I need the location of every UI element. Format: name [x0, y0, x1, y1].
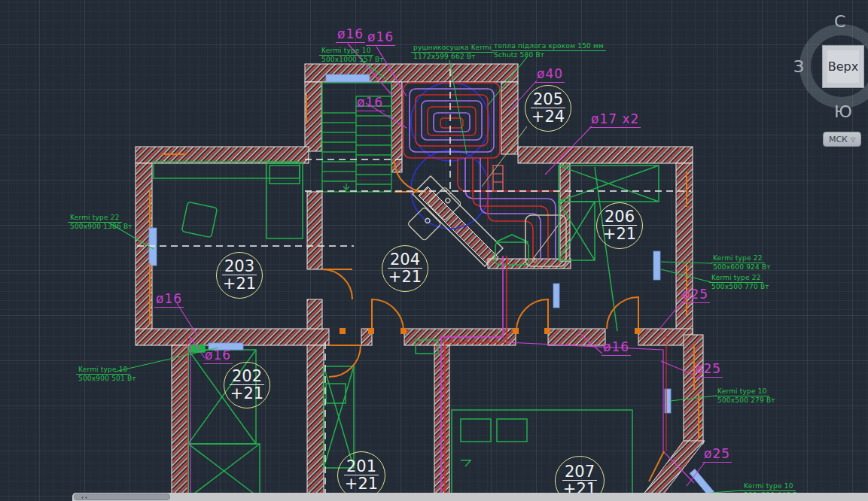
drawing-canvas[interactable]: ø16 ø16 ø16 ø40 ø17 x2 ø16 ø16 ø16 ø25 ø… [0, 0, 868, 501]
viewcube-face-label: Верх [828, 59, 858, 74]
view-navigation-wheel[interactable]: С З Ю Верх [795, 18, 868, 117]
radiator-label[interactable]: Kermi type 10 500x500 279 Вт [715, 387, 778, 405]
chevron-down-icon: ▽ [851, 136, 855, 143]
pipe-diameter-label[interactable]: ø16 [366, 30, 395, 46]
pipe-diameter-label[interactable]: ø16 [203, 348, 233, 364]
room-tag-202[interactable]: 202 +21 [224, 362, 270, 408]
pipe-diameter-label[interactable]: ø16 [336, 27, 365, 43]
floorplan-drawing[interactable] [0, 0, 868, 501]
pipe-diameter-label[interactable]: ø16 [355, 96, 385, 111]
scrollbar-grip-icon [81, 496, 88, 499]
ucs-label: МСК [829, 135, 848, 144]
horizontal-scrollbar-track[interactable] [72, 493, 868, 501]
pipe-diameter-label[interactable]: ø25 [702, 447, 732, 463]
pipe-diameter-label[interactable]: ø16 [154, 292, 184, 308]
radiator-label[interactable]: Kermi type 22 500x500 770 Вт [709, 274, 772, 291]
horizontal-scrollbar-thumb[interactable] [74, 493, 170, 500]
towel-dryer-label[interactable]: рушникосушка Kermi 1172x599 662 Вт [411, 44, 494, 61]
pipe-diameter-label[interactable]: ø25 [693, 362, 723, 378]
pipe-diameter-label[interactable]: ø17 x2 [589, 112, 641, 128]
nav-south-label[interactable]: Ю [834, 102, 852, 121]
cad-application-window: { "app": {"kind": "cad-floorplan-viewpor… [0, 0, 868, 501]
room-tag-206[interactable]: 206 +21 [596, 202, 643, 249]
radiator-label[interactable]: Kermi type 22 500x900 1386 Вт [68, 214, 135, 231]
radiator-label[interactable]: Kermi type 10 500x900 501 Вт [76, 366, 139, 383]
room-tag-204[interactable]: 204 +21 [382, 245, 428, 292]
viewcube-top-face[interactable]: Верх [822, 45, 864, 88]
ucs-dropdown-button[interactable]: МСК ▽ [823, 132, 861, 147]
radiator-label[interactable]: Kermi type 10 500x1000 557 Вт [319, 47, 386, 64]
radiator-label[interactable]: Kermi type 22 500x600 924 Вт [711, 254, 773, 272]
pipe-diameter-label[interactable]: ø40 [535, 67, 565, 83]
room-tag-205[interactable]: 205 +24 [525, 85, 571, 132]
pipe-diameter-label[interactable]: ø25 [681, 287, 710, 303]
pipe-diameter-label[interactable]: ø16 [602, 340, 631, 356]
nav-north-label[interactable]: С [834, 12, 845, 31]
floor-heating-label[interactable]: тепла підлога кроком 150 мм Schutz 580 В… [492, 42, 606, 59]
room-tag-203[interactable]: 203 +21 [216, 252, 263, 299]
nav-west-label[interactable]: З [793, 57, 804, 76]
